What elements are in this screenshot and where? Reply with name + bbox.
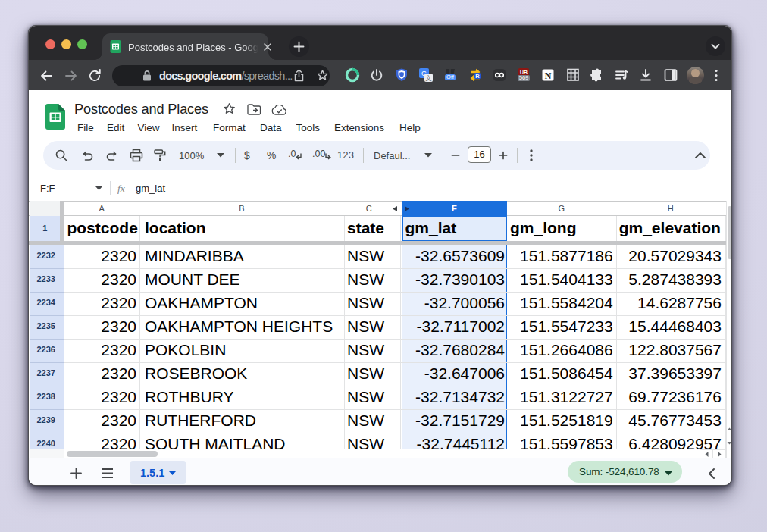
svg-text:Off: Off xyxy=(446,74,455,80)
svg-text:569: 569 xyxy=(519,74,529,81)
svg-text:.00: .00 xyxy=(312,149,325,159)
svg-text:.0: .0 xyxy=(288,149,296,159)
svg-text:N: N xyxy=(545,70,552,81)
svg-text:文: 文 xyxy=(425,74,432,82)
svg-text:R: R xyxy=(475,73,480,80)
